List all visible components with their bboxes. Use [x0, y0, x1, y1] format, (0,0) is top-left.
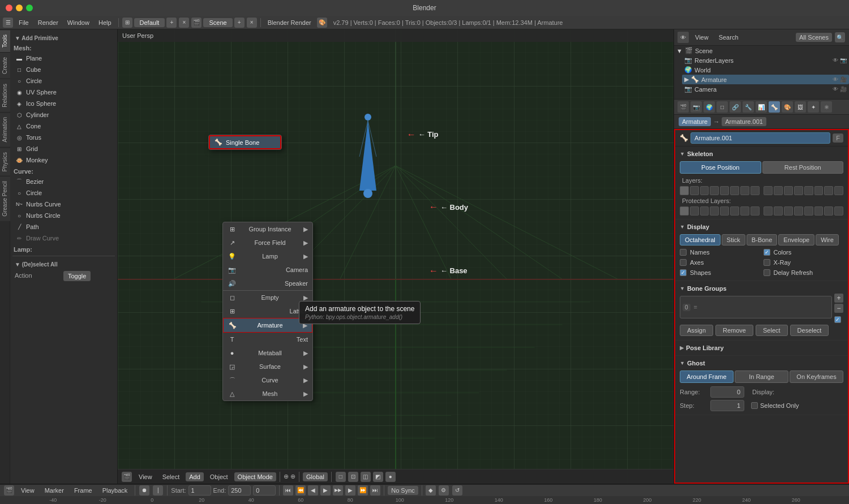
bg-checkbox[interactable]: [834, 316, 841, 323]
layer-6[interactable]: [730, 186, 739, 195]
tl-settings-icon[interactable]: ⚙: [439, 485, 449, 496]
prop-physics-icon[interactable]: ⚛: [821, 101, 832, 113]
next-frame-btn[interactable]: ▶: [345, 485, 355, 496]
menu-curve[interactable]: ⌒ Curve ▶: [223, 373, 312, 387]
tool-draw-curve[interactable]: ✏ Draw Curve: [12, 232, 115, 244]
layer-16[interactable]: [834, 186, 843, 195]
scene-close-icon[interactable]: ×: [247, 18, 257, 28]
tool-plane[interactable]: ▬ Plane: [12, 53, 115, 64]
layer-14[interactable]: [814, 186, 824, 195]
renderer-icon[interactable]: 🎨: [317, 18, 327, 28]
prop-armature-icon[interactable]: 🦴: [769, 101, 780, 113]
menu-surface[interactable]: ◲ Surface ▶: [223, 360, 312, 373]
global-select[interactable]: Global: [303, 472, 328, 481]
bg-add-btn[interactable]: +: [834, 294, 843, 303]
menu-group-instance[interactable]: ⊞ Group Instance ▶: [223, 222, 312, 236]
layout-icon[interactable]: ⊞: [122, 18, 132, 28]
texture-icon[interactable]: ◫: [361, 472, 371, 482]
tool-grid[interactable]: ⊞ Grid: [12, 143, 115, 154]
colors-checkbox[interactable]: [764, 249, 770, 256]
menu-file[interactable]: File: [15, 18, 33, 27]
play-reverse-btn[interactable]: ▶▶: [333, 485, 343, 496]
tool-circle[interactable]: ○ Circle: [12, 75, 115, 87]
layer-1[interactable]: [680, 186, 689, 195]
layer-5[interactable]: [720, 186, 729, 195]
on-keyframes-btn[interactable]: On Keyframes: [790, 371, 843, 383]
vp-view[interactable]: View: [135, 472, 156, 481]
prop-particles-icon[interactable]: ✦: [808, 101, 819, 113]
layer-8[interactable]: [751, 186, 760, 195]
outliner-scene[interactable]: ▼ 🎬 Scene: [674, 46, 849, 55]
prop-scene-icon[interactable]: 🎬: [678, 101, 689, 113]
remove-btn[interactable]: Remove: [715, 325, 753, 336]
vp-select[interactable]: Select: [158, 472, 184, 481]
close-button[interactable]: [6, 5, 12, 11]
pl-1[interactable]: [680, 206, 689, 216]
menu-mesh[interactable]: △ Mesh ▶: [223, 387, 312, 400]
rp-view-label[interactable]: View: [691, 33, 713, 42]
pose-library-title[interactable]: ▶ Pose Library: [680, 343, 843, 353]
vp-scene-icon[interactable]: 🎬: [122, 472, 132, 482]
scene-icon[interactable]: 🎬: [191, 18, 201, 28]
assign-btn[interactable]: Assign: [680, 325, 713, 336]
tool-curve-circle[interactable]: ○ Circle: [12, 187, 115, 199]
deselect-btn[interactable]: Deselect: [790, 325, 829, 336]
tool-cube[interactable]: □ Cube: [12, 64, 115, 75]
prop-data-name[interactable]: Armature.001: [722, 117, 766, 126]
prev-frame-btn[interactable]: ◀: [308, 485, 318, 496]
pl-7[interactable]: [740, 206, 749, 216]
outliner-renderlayers[interactable]: 📷 RenderLayers 👁 📷: [682, 55, 849, 65]
axes-checkbox[interactable]: [680, 259, 687, 266]
ghost-title[interactable]: ▼ Ghost: [680, 358, 843, 368]
menu-speaker[interactable]: 🔊 Speaker: [223, 277, 312, 290]
tool-cylinder[interactable]: ⬡ Cylinder: [12, 109, 115, 120]
rp-view-btn[interactable]: 👁: [678, 32, 689, 43]
range-input[interactable]: [710, 386, 744, 398]
layer-2[interactable]: [690, 186, 699, 195]
record-btn[interactable]: ⏺: [139, 485, 149, 496]
bone-groups-title[interactable]: ▼ Bone Groups: [680, 283, 843, 294]
skeleton-title[interactable]: ▼ Skeleton: [680, 149, 843, 159]
add-tab-icon[interactable]: +: [166, 18, 177, 28]
tab-relations[interactable]: Relations: [0, 79, 10, 112]
menu-help[interactable]: Help: [95, 18, 115, 27]
tool-ico-sphere[interactable]: ◈ Ico Sphere: [12, 98, 115, 109]
vp-add[interactable]: Add: [186, 472, 204, 481]
stick-btn[interactable]: Stick: [722, 234, 745, 245]
prev-key-btn[interactable]: ⏪: [295, 485, 306, 496]
rendered-icon[interactable]: ●: [385, 472, 396, 482]
prop-object-icon[interactable]: □: [717, 101, 728, 113]
outliner-world[interactable]: 🌍 World: [682, 65, 849, 75]
pl-15[interactable]: [824, 206, 833, 216]
tool-uv-sphere[interactable]: ◉ UV Sphere: [12, 87, 115, 98]
names-checkbox[interactable]: [680, 249, 687, 256]
pl-6[interactable]: [730, 206, 739, 216]
minimize-button[interactable]: [16, 5, 23, 11]
rest-position-btn[interactable]: Rest Position: [762, 161, 844, 174]
jump-end-btn[interactable]: ⏭: [370, 485, 380, 496]
layer-4[interactable]: [710, 186, 719, 195]
pl-3[interactable]: [700, 206, 709, 216]
no-sync-select[interactable]: No Sync: [388, 486, 418, 495]
layer-11[interactable]: [784, 186, 793, 195]
tab-grease-pencil[interactable]: Grease Pencil: [0, 176, 10, 221]
in-range-btn[interactable]: In Range: [735, 371, 788, 383]
play-btn[interactable]: ▶: [320, 485, 331, 496]
layer-12[interactable]: [794, 186, 803, 195]
tl-playback[interactable]: Playback: [98, 486, 132, 495]
display-title[interactable]: ▼ Display: [680, 222, 843, 232]
prop-render-icon[interactable]: 📷: [691, 101, 702, 113]
shapes-checkbox[interactable]: [680, 269, 687, 276]
pl-13[interactable]: [804, 206, 813, 216]
pl-10[interactable]: [774, 206, 783, 216]
tab-tools[interactable]: Tools: [0, 29, 10, 52]
action-select[interactable]: Toggle: [63, 271, 91, 281]
keyframe-btn[interactable]: ◆: [426, 485, 436, 496]
tl-scene-icon[interactable]: 🎬: [4, 485, 14, 496]
pl-4[interactable]: [710, 206, 719, 216]
start-input[interactable]: [188, 485, 211, 496]
maximize-button[interactable]: [26, 5, 33, 11]
tool-path[interactable]: ╱ Path: [12, 221, 115, 232]
envelope-btn[interactable]: Envelope: [778, 234, 814, 245]
armature-name-input[interactable]: [691, 132, 830, 144]
